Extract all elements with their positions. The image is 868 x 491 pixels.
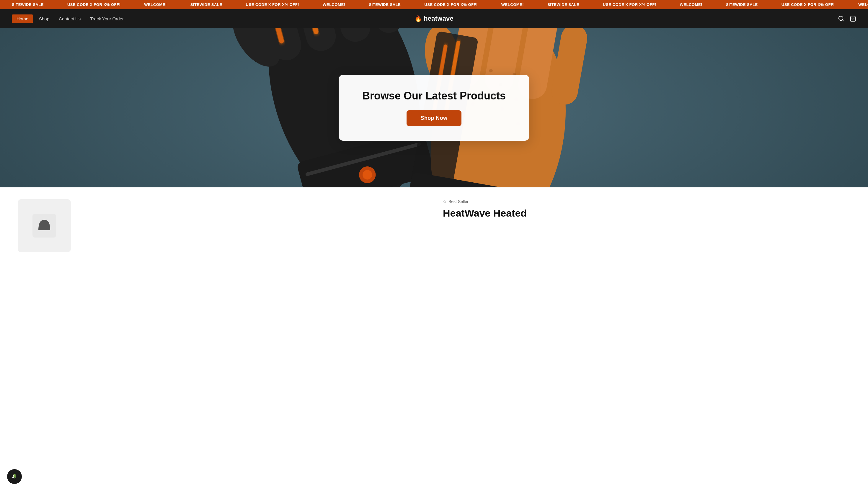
svg-point-16 — [357, 165, 377, 185]
best-seller-label: Best Seller — [448, 199, 469, 204]
brand-logo[interactable]: 🔥 heatwave — [415, 15, 453, 22]
svg-point-17 — [361, 169, 373, 181]
below-hero-section: ☆ Best Seller HeatWave Heated — [0, 187, 868, 264]
announcement-item: WELCOME! — [311, 2, 357, 7]
announcement-item: SITEWIDE SALE — [357, 2, 413, 7]
announcement-item: USE CODE X FOR X% OFF! — [56, 2, 132, 7]
svg-rect-8 — [320, 28, 374, 45]
svg-rect-35 — [403, 172, 565, 187]
hero-section: Browse Our Latest Products Shop Now — [0, 28, 868, 187]
nav-right — [838, 16, 856, 22]
best-seller-section: ☆ Best Seller HeatWave Heated — [443, 199, 850, 252]
shop-now-button[interactable]: Shop Now — [407, 110, 462, 126]
search-button[interactable] — [838, 16, 844, 22]
svg-point-10 — [223, 28, 290, 75]
svg-rect-12 — [296, 28, 319, 35]
svg-line-1 — [842, 20, 843, 21]
announcement-item: USE CODE X FOR X% OFF! — [770, 2, 846, 7]
svg-rect-9 — [358, 28, 405, 36]
announcement-track: SITEWIDE SALE USE CODE X FOR X% OFF! WEL… — [0, 2, 868, 7]
star-icon: ☆ — [443, 199, 447, 204]
search-icon — [838, 16, 844, 22]
cart-icon — [850, 16, 856, 22]
hero-card: Browse Our Latest Products Shop Now — [339, 75, 529, 141]
best-seller-badge: ☆ Best Seller — [443, 199, 850, 204]
announcement-item: WELCOME! — [489, 2, 536, 7]
product-title: HeatWave Heated — [443, 207, 850, 219]
announcement-item: SITEWIDE SALE — [178, 2, 234, 7]
announcement-item: USE CODE X FOR X% OFF! — [413, 2, 489, 7]
svg-rect-22 — [550, 28, 589, 107]
shop-nav-link[interactable]: Shop — [35, 16, 53, 21]
announcement-bar: SITEWIDE SALE USE CODE X FOR X% OFF! WEL… — [0, 0, 868, 9]
svg-point-24 — [489, 68, 493, 73]
track-order-nav-link[interactable]: Track Your Order — [86, 16, 127, 21]
announcement-item: SITEWIDE SALE — [0, 2, 56, 7]
navigation: Home Shop Contact Us Track Your Order 🔥 … — [0, 9, 868, 28]
svg-rect-15 — [305, 142, 421, 176]
nav-left: Home Shop Contact Us Track Your Order — [12, 15, 127, 23]
svg-rect-7 — [284, 28, 339, 54]
announcement-item: SITEWIDE SALE — [714, 2, 770, 7]
announcement-item: WELCOME! — [846, 2, 868, 7]
svg-rect-11 — [264, 28, 285, 44]
announcement-item: WELCOME! — [668, 2, 714, 7]
announcement-item: USE CODE X FOR X% OFF! — [591, 2, 668, 7]
cart-button[interactable] — [850, 16, 856, 22]
home-nav-button[interactable]: Home — [12, 15, 33, 23]
hero-title: Browse Our Latest Products — [362, 89, 506, 102]
svg-rect-6 — [253, 28, 305, 63]
product-image-placeholder — [18, 199, 425, 252]
flame-icon: 🔥 — [415, 15, 422, 22]
contact-nav-link[interactable]: Contact Us — [55, 16, 84, 21]
announcement-item: USE CODE X FOR X% OFF! — [234, 2, 311, 7]
product-thumbnail-icon — [32, 214, 56, 237]
announcement-item: WELCOME! — [132, 2, 178, 7]
brand-name: heatwave — [424, 15, 453, 22]
announcement-item: SITEWIDE SALE — [536, 2, 591, 7]
